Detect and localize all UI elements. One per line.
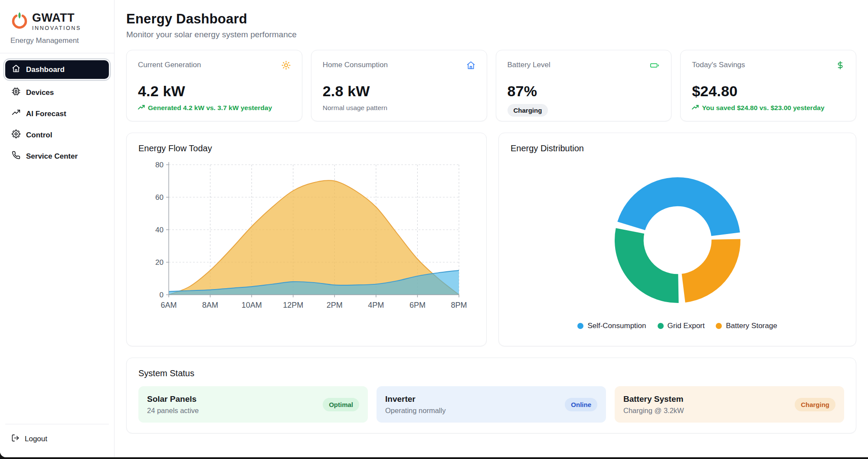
legend-dot [658, 323, 664, 329]
sidebar: GWATT INNOVATIONS Energy Management Dash… [0, 0, 115, 457]
app-window: GWATT INNOVATIONS Energy Management Dash… [0, 0, 868, 457]
trending-up-icon [12, 108, 20, 119]
legend-item-grid-export: Grid Export [658, 322, 705, 330]
stat-label: Battery Level [508, 61, 550, 69]
stat-note: Normal usage pattern [323, 104, 475, 112]
dollar-icon [836, 61, 845, 72]
svg-text:8AM: 8AM [202, 301, 218, 309]
logout-button[interactable]: Logout [11, 434, 103, 444]
donut-legend: Self-Consumption Grid Export Battery Sto… [511, 322, 844, 335]
stat-trend: Generated 4.2 kW vs. 3.7 kW yesterday [138, 104, 291, 112]
stat-trend: You saved $24.80 vs. $23.00 yesterday [692, 104, 845, 112]
status-badge-charging: Charging [795, 398, 835, 411]
sidebar-item-dashboard[interactable]: Dashboard [5, 60, 109, 79]
trend-up-icon [138, 104, 145, 112]
cpu-icon [12, 87, 20, 98]
energy-distribution-card: Energy Distribution Self-Consumption Gri… [498, 133, 856, 346]
status-tile-inverter: Inverter Operating normally Online [377, 386, 606, 423]
svg-text:10AM: 10AM [242, 301, 262, 309]
home-icon [12, 64, 20, 75]
sidebar-footer: Logout [5, 424, 109, 457]
legend-item-battery-storage: Battery Storage [716, 322, 777, 330]
svg-text:80: 80 [155, 161, 164, 169]
energy-flow-card: Energy Flow Today 0204060806AM8AM10AM12P… [126, 133, 487, 346]
charging-badge: Charging [508, 104, 548, 117]
stat-card-home-consumption: Home Consumption 2.8 kW Normal usage pat… [311, 50, 487, 121]
system-status-card: System Status Solar Panels 24 panels act… [126, 358, 856, 433]
stat-label: Home Consumption [323, 61, 388, 69]
page-subtitle: Monitor your solar energy system perform… [126, 30, 856, 39]
trend-up-icon [692, 104, 699, 112]
sidebar-item-label: Control [26, 131, 52, 140]
battery-icon [650, 61, 660, 72]
svg-text:4PM: 4PM [368, 301, 384, 309]
svg-text:6PM: 6PM [409, 301, 426, 309]
chart-title: Energy Flow Today [138, 143, 475, 153]
legend-item-self-consumption: Self-Consumption [577, 322, 646, 330]
svg-text:2PM: 2PM [327, 301, 343, 309]
stat-card-battery-level: Battery Level 87% Charging [496, 50, 672, 121]
sidebar-item-label: Dashboard [26, 65, 65, 74]
brand-name: GWATT [32, 12, 81, 24]
sidebar-item-label: Service Center [26, 152, 78, 161]
stat-value: 2.8 kW [323, 83, 475, 100]
energy-flow-chart: 0204060806AM8AM10AM12PM2PM4PM6PM8PM [138, 160, 475, 335]
logout-label: Logout [25, 435, 47, 443]
sidebar-item-label: Devices [26, 88, 54, 97]
svg-text:6AM: 6AM [160, 301, 177, 309]
svg-text:60: 60 [155, 193, 164, 202]
stat-cards-row: Current Generation 4.2 kW Generated 4.2 … [126, 50, 856, 121]
status-tile-battery-system: Battery System Charging @ 3.2kW Charging [615, 386, 844, 423]
brand-tagline: Energy Management [10, 36, 104, 45]
sidebar-item-control[interactable]: Control [5, 126, 109, 144]
page-title: Energy Dashboard [126, 11, 856, 27]
energy-distribution-chart [511, 160, 844, 322]
svg-text:8PM: 8PM [451, 301, 467, 309]
stat-label: Today's Savings [692, 61, 745, 69]
stat-value: 87% [508, 83, 660, 100]
system-status-title: System Status [138, 368, 844, 378]
chart-title: Energy Distribution [511, 143, 844, 153]
status-badge-online: Online [565, 398, 597, 411]
svg-text:40: 40 [155, 226, 164, 234]
sidebar-item-devices[interactable]: Devices [5, 83, 109, 102]
sidebar-item-label: AI Forecast [26, 110, 66, 118]
stat-card-current-generation: Current Generation 4.2 kW Generated 4.2 … [126, 50, 302, 121]
main-content: Energy Dashboard Monitor your solar ener… [115, 0, 868, 457]
stat-card-todays-savings: Today's Savings $24.80 You saved $24.80 … [680, 50, 856, 121]
brand-logo: GWATT INNOVATIONS Energy Management [0, 0, 114, 53]
stat-label: Current Generation [138, 61, 201, 69]
status-tile-solar-panels: Solar Panels 24 panels active Optimal [138, 386, 368, 423]
svg-text:0: 0 [160, 291, 164, 299]
sidebar-item-service-center[interactable]: Service Center [5, 147, 109, 166]
stat-value: $24.80 [692, 83, 845, 100]
sun-icon [282, 61, 291, 72]
status-badge-optimal: Optimal [323, 398, 359, 411]
sidebar-item-ai-forecast[interactable]: AI Forecast [5, 104, 109, 123]
power-leaf-icon [10, 11, 29, 32]
stat-value: 4.2 kW [138, 83, 291, 100]
charts-row: Energy Flow Today 0204060806AM8AM10AM12P… [126, 133, 856, 346]
svg-text:20: 20 [155, 258, 164, 267]
logout-icon [11, 434, 20, 444]
sidebar-nav: Dashboard Devices AI Forecast Control [0, 53, 114, 424]
svg-text:12PM: 12PM [283, 301, 303, 309]
legend-dot [577, 323, 583, 329]
home-icon [466, 61, 475, 72]
brand-subname: INNOVATIONS [32, 25, 81, 31]
phone-icon [12, 151, 20, 162]
legend-dot [716, 323, 722, 329]
gear-icon [12, 130, 20, 140]
